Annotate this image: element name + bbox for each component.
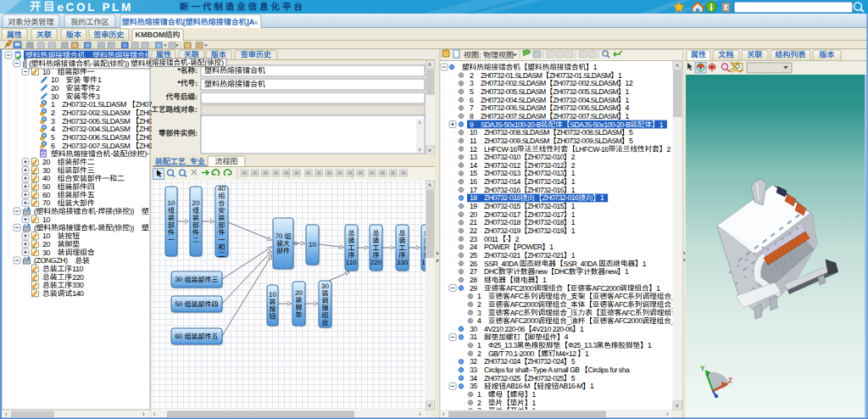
svg-text:ZH0732-007.SLDASM: ZH0732-007.SLDASM bbox=[481, 112, 546, 120]
svg-text:2: 2 bbox=[666, 145, 670, 154]
svg-text:ZH0732-013: ZH0732-013 bbox=[484, 170, 520, 178]
svg-text:ZH0732-009.SLDASM: ZH0732-009.SLDASM bbox=[557, 137, 622, 145]
svg-text:Z: Z bbox=[728, 377, 732, 384]
svg-text:SSR_40DA: SSR_40DA bbox=[484, 260, 518, 268]
svg-text:1: 1 bbox=[571, 226, 575, 235]
svg-text:*: * bbox=[178, 79, 181, 87]
svg-text:1: 1 bbox=[625, 267, 628, 276]
svg-text:1: 1 bbox=[626, 87, 629, 96]
svg-text:110: 110 bbox=[346, 259, 357, 266]
svg-text:1: 1 bbox=[626, 112, 629, 120]
svg-text:Y: Y bbox=[700, 365, 704, 372]
svg-text:Φ25_13.3: Φ25_13.3 bbox=[568, 341, 597, 349]
svg-text::: : bbox=[195, 129, 198, 137]
svg-text:KMBOM: KMBOM bbox=[136, 31, 165, 39]
svg-text:1: 1 bbox=[532, 399, 536, 407]
svg-text:2: 2 bbox=[477, 349, 481, 358]
svg-text:4: 4 bbox=[626, 103, 630, 112]
svg-text:ZH0732-006.SLDASM: ZH0732-006.SLDASM bbox=[62, 133, 130, 142]
svg-text:10: 10 bbox=[269, 291, 276, 299]
svg-text:ZH0732-016: ZH0732-016 bbox=[527, 186, 564, 194]
svg-text:10: 10 bbox=[42, 68, 50, 76]
svg-text:ZH0732-01.SLDASM: ZH0732-01.SLDASM bbox=[62, 100, 126, 109]
svg-text:ZH0732-016: ZH0732-016 bbox=[484, 186, 520, 194]
svg-text:new: new bbox=[605, 267, 618, 276]
svg-text:1: 1 bbox=[600, 194, 604, 203]
svg-text:×: × bbox=[253, 18, 259, 27]
svg-text:1: 1 bbox=[571, 202, 575, 210]
svg-text:ZH0732-002.SLDASM: ZH0732-002.SLDASM bbox=[481, 80, 546, 88]
svg-text:1: 1 bbox=[571, 186, 575, 194]
svg-text:10: 10 bbox=[470, 128, 477, 137]
svg-text:Circlips for shaft--Type A sma: Circlips for shaft--Type A small GB bbox=[484, 366, 580, 374]
svg-text:_: _ bbox=[567, 309, 571, 317]
svg-text:ZH0732-010: ZH0732-010 bbox=[484, 153, 520, 161]
svg-text:30: 30 bbox=[51, 92, 58, 101]
svg-text:ZH0732-021: ZH0732-021 bbox=[484, 251, 520, 260]
svg-text:DHC: DHC bbox=[484, 267, 498, 276]
svg-text:7: 7 bbox=[470, 103, 473, 112]
svg-text:1: 1 bbox=[532, 390, 536, 399]
svg-text:SDAJS-50x100-20-B: SDAJS-50x100-20-B bbox=[570, 120, 630, 129]
svg-text:ZH0732-016: ZH0732-016 bbox=[542, 194, 579, 203]
svg-text:ZH0732-002.SLDASM: ZH0732-002.SLDASM bbox=[62, 109, 130, 117]
svg-text:ZH0732-012: ZH0732-012 bbox=[484, 161, 520, 170]
svg-text:70: 70 bbox=[42, 198, 50, 207]
svg-text::: : bbox=[195, 79, 198, 87]
svg-text:50: 50 bbox=[42, 182, 50, 191]
svg-text:10: 10 bbox=[51, 75, 58, 84]
svg-text:(: ( bbox=[108, 59, 110, 68]
svg-text:Φ25_13.3: Φ25_13.3 bbox=[488, 341, 517, 349]
svg-text:˅: ˅ bbox=[428, 147, 432, 154]
svg-text:3: 3 bbox=[470, 80, 473, 88]
svg-text:70: 70 bbox=[275, 232, 282, 240]
svg-text:ZH0732-008.SLDASM: ZH0732-008.SLDASM bbox=[557, 128, 622, 137]
svg-text:20: 20 bbox=[470, 210, 477, 219]
svg-text:_: _ bbox=[567, 292, 571, 300]
svg-text:23: 23 bbox=[470, 235, 477, 243]
svg-text:1: 1 bbox=[542, 276, 546, 284]
svg-text:6: 6 bbox=[51, 142, 55, 150]
svg-text:3: 3 bbox=[96, 92, 100, 101]
svg-text:1: 1 bbox=[571, 251, 575, 260]
svg-text:Circlips for sha: Circlips for sha bbox=[588, 366, 630, 374]
svg-text:18: 18 bbox=[470, 194, 477, 203]
svg-text::: : bbox=[195, 66, 198, 75]
svg-text:-: - bbox=[188, 59, 191, 67]
svg-text:SSR_40DA: SSR_40DA bbox=[563, 260, 597, 268]
svg-text:10: 10 bbox=[168, 199, 175, 207]
svg-text:30: 30 bbox=[175, 276, 182, 283]
svg-text:6: 6 bbox=[470, 96, 473, 104]
svg-text:(: ( bbox=[34, 207, 36, 215]
svg-text:5: 5 bbox=[571, 374, 575, 383]
svg-text:DHC: DHC bbox=[554, 267, 569, 276]
svg-text:4: 4 bbox=[477, 316, 481, 325]
svg-text:16: 16 bbox=[470, 177, 477, 186]
svg-text:34: 34 bbox=[470, 374, 477, 383]
svg-text:1: 1 bbox=[580, 325, 583, 333]
svg-text:27: 27 bbox=[470, 267, 477, 276]
svg-text:): ) bbox=[221, 59, 224, 67]
svg-text:1: 1 bbox=[477, 292, 481, 300]
svg-text:40: 40 bbox=[218, 185, 225, 193]
svg-text:3: 3 bbox=[51, 117, 55, 126]
svg-text:5: 5 bbox=[629, 128, 632, 137]
svg-text:ZH0732-009.SLDASM: ZH0732-009.SLDASM bbox=[484, 137, 549, 145]
svg-text:8: 8 bbox=[470, 112, 473, 120]
svg-text:AFC2000: AFC2000 bbox=[615, 316, 643, 325]
svg-text:1: 1 bbox=[585, 349, 588, 358]
svg-text:eCOL PLM: eCOL PLM bbox=[57, 0, 133, 13]
svg-text:1: 1 bbox=[648, 341, 651, 349]
svg-text:ZH0732-014: ZH0732-014 bbox=[527, 177, 564, 186]
svg-text:ZH0732-006.SLDASM: ZH0732-006.SLDASM bbox=[481, 103, 546, 112]
svg-text:ZH0732-016: ZH0732-016 bbox=[484, 194, 520, 203]
svg-text:ZH0732-024: ZH0732-024 bbox=[527, 358, 564, 366]
svg-text:ZH0732-019: ZH0732-019 bbox=[484, 226, 520, 235]
svg-text::: : bbox=[195, 105, 198, 114]
svg-text:˄: ˄ bbox=[428, 61, 432, 69]
svg-text:(: ( bbox=[29, 59, 31, 68]
svg-text:32: 32 bbox=[470, 358, 477, 366]
svg-text:4V210 220-06: 4V210 220-06 bbox=[484, 325, 525, 333]
svg-text:ZH0732-019: ZH0732-019 bbox=[527, 226, 564, 235]
svg-text:ZH0732-005.SLDASM: ZH0732-005.SLDASM bbox=[553, 87, 618, 96]
